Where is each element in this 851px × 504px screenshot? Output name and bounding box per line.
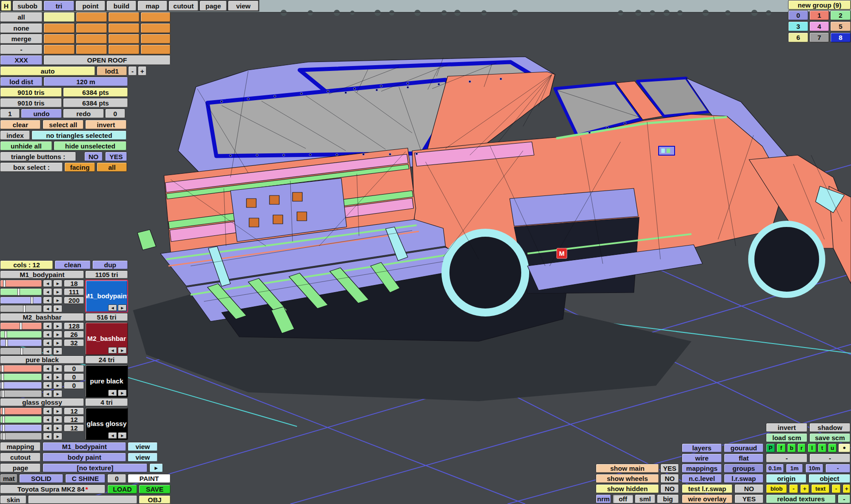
subob-grid-cell[interactable] (76, 34, 107, 44)
snap-dash-button[interactable]: - (825, 464, 851, 473)
subob-merge-button[interactable]: merge (0, 34, 43, 44)
dec-button[interactable]: ◄ (43, 424, 52, 432)
page-value[interactable]: [no texture] (43, 463, 148, 473)
subob-grid-cell[interactable] (108, 12, 140, 22)
green-value[interactable]: 12 (64, 416, 84, 423)
mat-label[interactable]: mat (0, 474, 18, 483)
subob-grid-cell[interactable] (141, 23, 171, 33)
inc-button[interactable]: ► (53, 424, 62, 432)
material-next-button[interactable]: ► (118, 390, 127, 396)
snap-10m-button[interactable]: 10m (805, 464, 824, 473)
lod-minus-button[interactable]: - (128, 66, 137, 76)
snap-01m-button[interactable]: 0.1m (766, 464, 784, 473)
menu-item-view[interactable]: view (228, 0, 259, 11)
layer-key-l[interactable]: l (808, 443, 816, 453)
reload-textures-button[interactable]: reload textures (766, 494, 836, 504)
green-value[interactable]: 26 (64, 331, 84, 338)
layer-key-f[interactable]: f (777, 443, 786, 453)
show-main-value[interactable]: YES (660, 464, 679, 473)
menu-item-point[interactable]: point (75, 0, 105, 11)
inc-button[interactable]: ► (53, 348, 62, 355)
subob-grid-cell[interactable] (108, 34, 140, 44)
save-scm-button[interactable]: save scm (809, 433, 851, 442)
nrm-off-button[interactable]: off (613, 494, 633, 504)
blue-value[interactable]: 12 (64, 424, 84, 432)
red-slider[interactable] (0, 322, 42, 330)
cols-count-button[interactable]: cols : 12 (0, 260, 53, 270)
text-plus-button[interactable]: + (843, 484, 851, 493)
triangle-buttons-no[interactable]: NO (84, 152, 103, 161)
subob-all-button[interactable]: all (0, 12, 43, 22)
page-label[interactable]: page (0, 463, 41, 473)
show-hidden-label[interactable]: show hidden (596, 484, 659, 493)
test-lr-swap-value[interactable]: NO (734, 484, 764, 493)
show-wheels-label[interactable]: show wheels (596, 474, 659, 483)
layer-key-t[interactable]: t (818, 443, 827, 453)
inc-button[interactable]: ► (53, 339, 62, 347)
inc-button[interactable]: ► (53, 288, 62, 296)
mappings-button[interactable]: mappings (682, 464, 722, 473)
mat-cshine-button[interactable]: C SHINE (65, 474, 105, 483)
dec-button[interactable]: ◄ (43, 416, 52, 423)
green-slider[interactable] (0, 288, 42, 296)
reload-dash-button[interactable]: - (838, 494, 851, 504)
material-next-button[interactable]: ► (118, 432, 127, 439)
inc-button[interactable]: ► (53, 365, 62, 372)
dec-button[interactable]: ◄ (43, 322, 52, 330)
group-cell-4[interactable]: 4 (809, 21, 829, 31)
scm-dash-b[interactable]: - (809, 453, 851, 463)
subob-grid-cell[interactable] (108, 44, 140, 55)
dec-button[interactable]: ◄ (43, 288, 52, 296)
nrm-big-button[interactable]: big (657, 494, 679, 504)
nrm-label[interactable]: nrm (596, 494, 611, 504)
unhide-all-button[interactable]: unhide all (0, 141, 52, 151)
clear-button[interactable]: clear (0, 120, 41, 129)
extra-slider[interactable] (0, 348, 42, 355)
index-button[interactable]: index (0, 130, 30, 140)
layer-key-dot[interactable]: • (838, 443, 851, 453)
blue-slider[interactable] (0, 382, 42, 389)
green-value[interactable]: 111 (64, 288, 84, 296)
red-slider[interactable] (0, 365, 42, 372)
shadow-button[interactable]: shadow (809, 423, 851, 432)
blue-slider[interactable] (0, 297, 42, 304)
subob-grid-cell[interactable] (76, 44, 107, 55)
redo-button[interactable]: redo (63, 109, 104, 118)
undo-button[interactable]: undo (21, 109, 62, 118)
lod-level-button[interactable]: lod1 (97, 66, 127, 76)
menu-item-tri[interactable]: tri (43, 0, 74, 11)
group-cell-7[interactable]: 7 (809, 32, 829, 43)
inc-button[interactable]: ► (53, 416, 62, 423)
dec-button[interactable]: ◄ (43, 373, 52, 381)
dec-button[interactable]: ◄ (43, 339, 52, 347)
subob-grid-cell[interactable] (43, 34, 75, 44)
group-cell-2[interactable]: 2 (830, 10, 851, 20)
subob-grid-cell[interactable] (141, 12, 171, 22)
object-button[interactable]: object (808, 474, 851, 483)
material-name[interactable]: pure black (0, 356, 84, 364)
origin-button[interactable]: origin (766, 474, 807, 483)
dec-button[interactable]: ◄ (43, 390, 52, 398)
red-value[interactable]: 0 (64, 365, 84, 372)
inc-button[interactable]: ► (53, 407, 62, 415)
subobject-name[interactable]: OPEN ROOF (43, 55, 171, 65)
new-group-button[interactable]: new group (9) (788, 0, 851, 10)
nrm-sml-button[interactable]: sml (635, 494, 656, 504)
subob-grid-cell[interactable] (141, 34, 171, 44)
dec-button[interactable]: ◄ (43, 433, 52, 440)
dec-button[interactable]: ◄ (43, 297, 52, 304)
snap-1m-button[interactable]: 1m (786, 464, 803, 473)
dup-button[interactable]: dup (92, 260, 128, 270)
triangle-buttons-yes[interactable]: YES (105, 152, 127, 161)
menu-item-subob[interactable]: subob (12, 0, 43, 11)
box-select-facing[interactable]: facing (64, 162, 95, 172)
group-cell-1[interactable]: 1 (809, 10, 829, 20)
flat-button[interactable]: flat (724, 453, 764, 463)
obj-export-button[interactable]: OBJ (139, 495, 171, 504)
lr-swap-button[interactable]: l.r.swap (724, 474, 764, 483)
wire-button[interactable]: wire (682, 453, 722, 463)
nc-level-button[interactable]: n.c.level (682, 474, 722, 483)
wire-overlay-value[interactable]: YES (734, 494, 764, 504)
mat-solid-button[interactable]: SOLID (19, 474, 63, 483)
subob-grid-cell[interactable] (108, 23, 140, 33)
